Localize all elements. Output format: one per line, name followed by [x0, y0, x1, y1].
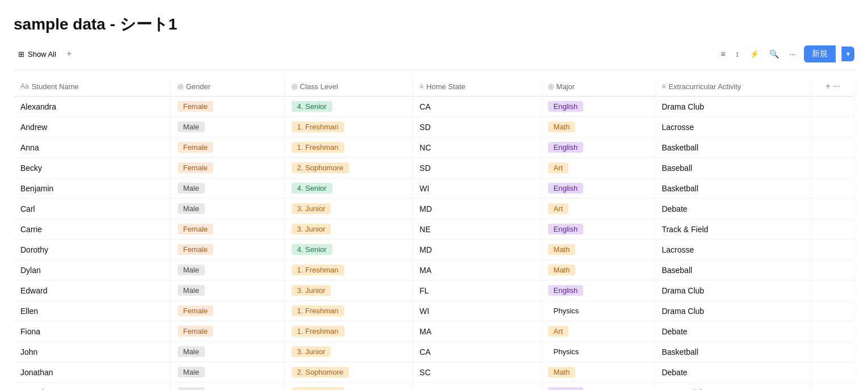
cell-class-level[interactable]: 3. Junior [284, 199, 412, 219]
cell-home-state[interactable]: WI [412, 178, 541, 199]
cell-extracurricular[interactable]: Basketball [655, 137, 811, 158]
cell-student-name[interactable]: Alexandra [14, 97, 170, 117]
cell-gender[interactable]: Male [170, 362, 284, 383]
cell-gender[interactable]: Female [170, 137, 284, 158]
cell-extracurricular[interactable]: Baseball [655, 260, 811, 280]
cell-extracurricular[interactable]: Basketball [655, 342, 811, 362]
cell-major[interactable]: English [541, 97, 655, 117]
cell-extracurricular[interactable]: Basketball [655, 178, 811, 199]
search-button[interactable]: 🔍 [767, 47, 781, 61]
cell-gender[interactable]: Male [170, 383, 284, 391]
cell-student-name[interactable]: Andrew [14, 117, 170, 137]
cell-extracurricular[interactable]: Debate [655, 321, 811, 342]
show-all-button[interactable]: ⊞ Show All [14, 48, 61, 61]
cell-home-state[interactable]: MD [412, 199, 541, 219]
cell-major[interactable]: Art [541, 158, 655, 178]
cell-gender[interactable]: Male [170, 260, 284, 280]
cell-major[interactable]: Math [541, 117, 655, 137]
cell-gender[interactable]: Female [170, 219, 284, 240]
cell-home-state[interactable]: CA [412, 97, 541, 117]
cell-class-level[interactable]: 3. Junior [284, 219, 412, 240]
cell-major[interactable]: English [541, 219, 655, 240]
cell-student-name[interactable]: Jonathan [14, 362, 170, 383]
cell-home-state[interactable]: SD [412, 158, 541, 178]
cell-major[interactable]: Physics [541, 301, 655, 321]
cell-home-state[interactable]: MA [412, 321, 541, 342]
cell-major[interactable]: English [541, 280, 655, 301]
cell-student-name[interactable]: Carl [14, 199, 170, 219]
cell-extracurricular[interactable]: Drama Club [655, 301, 811, 321]
cell-home-state[interactable]: MA [412, 260, 541, 280]
cell-home-state[interactable]: WI [412, 301, 541, 321]
col-header-gender[interactable]: ◎ Gender [170, 77, 284, 97]
cell-extracurricular[interactable]: Debate [655, 362, 811, 383]
cell-extracurricular[interactable]: Lacrosse [655, 117, 811, 137]
add-view-button[interactable]: + [64, 48, 74, 60]
cell-class-level[interactable]: 1. Freshman [284, 383, 412, 391]
cell-major[interactable]: Math [541, 240, 655, 260]
cell-student-name[interactable]: Becky [14, 158, 170, 178]
cell-extracurricular[interactable]: Drama Club [655, 383, 811, 391]
cell-gender[interactable]: Male [170, 117, 284, 137]
cell-gender[interactable]: Female [170, 321, 284, 342]
cell-home-state[interactable]: FL [412, 280, 541, 301]
cell-extracurricular[interactable]: Drama Club [655, 280, 811, 301]
cell-home-state[interactable]: NC [412, 137, 541, 158]
add-column-button[interactable]: + [825, 81, 831, 91]
cell-class-level[interactable]: 1. Freshman [284, 321, 412, 342]
lightning-button[interactable]: ⚡ [747, 47, 761, 61]
cell-extracurricular[interactable]: Drama Club [655, 97, 811, 117]
cell-home-state[interactable]: NE [412, 219, 541, 240]
cell-home-state[interactable]: SD [412, 117, 541, 137]
col-header-home-state[interactable]: ≡ Home State [412, 77, 541, 97]
cell-class-level[interactable]: 1. Freshman [284, 260, 412, 280]
cell-home-state[interactable]: AK [412, 383, 541, 391]
cell-extracurricular[interactable]: Debate [655, 199, 811, 219]
sort-button[interactable]: ↕ [733, 47, 741, 61]
filter-button[interactable]: ≡ [718, 47, 727, 61]
cell-home-state[interactable]: CA [412, 342, 541, 362]
column-options-button[interactable]: ··· [833, 81, 840, 91]
cell-student-name[interactable]: Dylan [14, 260, 170, 280]
cell-major[interactable]: Math [541, 260, 655, 280]
cell-student-name[interactable]: Anna [14, 137, 170, 158]
cell-class-level[interactable]: 3. Junior [284, 342, 412, 362]
cell-gender[interactable]: Male [170, 342, 284, 362]
cell-major[interactable]: English [541, 178, 655, 199]
cell-major[interactable]: English [541, 383, 655, 391]
cell-student-name[interactable]: Ellen [14, 301, 170, 321]
cell-gender[interactable]: Male [170, 280, 284, 301]
col-header-class-level[interactable]: ◎ Class Level [284, 77, 412, 97]
cell-student-name[interactable]: Carrie [14, 219, 170, 240]
cell-student-name[interactable]: Dorothy [14, 240, 170, 260]
cell-extracurricular[interactable]: Baseball [655, 158, 811, 178]
cell-gender[interactable]: Female [170, 97, 284, 117]
cell-gender[interactable]: Male [170, 178, 284, 199]
cell-student-name[interactable]: Edward [14, 280, 170, 301]
cell-class-level[interactable]: 2. Sophomore [284, 362, 412, 383]
col-header-add[interactable]: + ··· [811, 77, 854, 97]
cell-home-state[interactable]: SC [412, 362, 541, 383]
cell-class-level[interactable]: 3. Junior [284, 280, 412, 301]
cell-major[interactable]: Physics [541, 342, 655, 362]
cell-class-level[interactable]: 4. Senior [284, 178, 412, 199]
cell-class-level[interactable]: 2. Sophomore [284, 158, 412, 178]
cell-student-name[interactable]: John [14, 342, 170, 362]
cell-class-level[interactable]: 1. Freshman [284, 301, 412, 321]
cell-class-level[interactable]: 4. Senior [284, 240, 412, 260]
cell-student-name[interactable]: Fiona [14, 321, 170, 342]
cell-major[interactable]: Art [541, 199, 655, 219]
col-header-student-name[interactable]: Aa Student Name [14, 77, 170, 97]
cell-gender[interactable]: Female [170, 301, 284, 321]
cell-major[interactable]: Art [541, 321, 655, 342]
new-record-button[interactable]: 新規 [804, 45, 836, 62]
new-record-dropdown-button[interactable]: ▾ [841, 47, 854, 61]
cell-gender[interactable]: Female [170, 240, 284, 260]
col-header-major[interactable]: ◎ Major [541, 77, 655, 97]
cell-extracurricular[interactable]: Lacrosse [655, 240, 811, 260]
cell-student-name[interactable]: Joseph [14, 383, 170, 391]
cell-extracurricular[interactable]: Track & Field [655, 219, 811, 240]
cell-student-name[interactable]: Benjamin [14, 178, 170, 199]
cell-major[interactable]: Math [541, 362, 655, 383]
cell-home-state[interactable]: MD [412, 240, 541, 260]
